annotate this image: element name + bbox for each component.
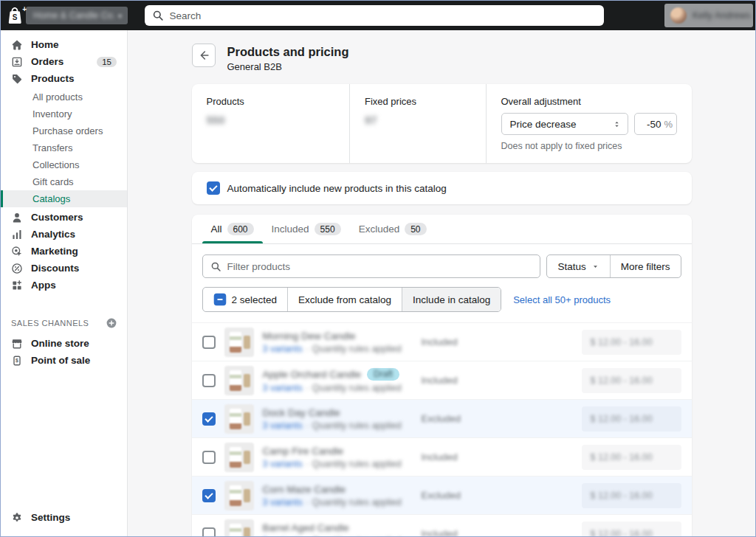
product-name: Corn Maze Candle: [263, 484, 346, 495]
sidebar-item-catalogs[interactable]: Catalogs: [1, 190, 127, 207]
store-switcher[interactable]: Home & Candle Co. ▾: [26, 7, 128, 24]
shopify-admin-window: S + Home & Candle Co. ▾ Kelly Andrews: [0, 0, 756, 537]
fixed-prices-value: 97: [365, 114, 471, 126]
quantity-rules-label: Quantity rules applied: [312, 536, 402, 537]
tab-excluded-count: 50: [405, 223, 426, 235]
fixed-prices-label: Fixed prices: [365, 96, 471, 107]
shopify-plus-mark: +: [22, 5, 27, 13]
user-menu[interactable]: Kelly Andrews: [664, 4, 753, 27]
product-price-button[interactable]: $ 12.00 - 16.00: [582, 368, 681, 393]
tab-included[interactable]: Included 550: [263, 215, 350, 243]
product-list-card: All 600 Included 550 Excluded 50: [192, 215, 692, 536]
tab-all[interactable]: All 600: [202, 215, 263, 243]
product-row[interactable]: Morning Dew Candle3 variants · Quantity …: [192, 322, 692, 361]
product-status: Included: [422, 375, 582, 386]
sidebar-item-inventory[interactable]: Inventory: [1, 105, 127, 122]
analytics-icon: [11, 229, 23, 240]
pos-icon: $: [11, 355, 23, 367]
sidebar-item-online-store[interactable]: Online store: [1, 335, 127, 352]
search-input[interactable]: [170, 10, 597, 21]
sidebar-item-transfers[interactable]: Transfers: [1, 139, 127, 156]
sidebar-item-apps[interactable]: Apps: [1, 277, 127, 294]
svg-text:S: S: [13, 13, 18, 21]
sidebar-item-gift-cards[interactable]: Gift cards: [1, 173, 127, 190]
row-checkbox[interactable]: [202, 451, 216, 464]
row-checkbox[interactable]: [202, 412, 216, 426]
adjustment-type-select[interactable]: Price decrease: [501, 113, 628, 135]
filter-products-field[interactable]: [202, 254, 541, 278]
sidebar-item-purchase-orders[interactable]: Purchase orders: [1, 122, 127, 139]
select-all-products-link[interactable]: Select all 50+ products: [513, 294, 611, 305]
sidebar-nav-main: HomeOrders15ProductsAll productsInventor…: [1, 36, 127, 294]
chevron-down-icon: ▾: [118, 12, 122, 20]
product-row[interactable]: Corn Maze Candle3 variants · Quantity ru…: [192, 476, 692, 514]
product-price-button[interactable]: $ 12.00 - 16.00: [582, 522, 681, 537]
topbar: S + Home & Candle Co. ▾ Kelly Andrews: [1, 1, 755, 30]
back-button[interactable]: [192, 44, 216, 67]
row-checkbox[interactable]: [202, 374, 216, 387]
search-icon: [152, 10, 164, 21]
select-all-checkbox[interactable]: [213, 294, 226, 306]
product-price-button[interactable]: $ 12.00 - 16.00: [582, 330, 681, 355]
product-row[interactable]: Dock Day Candle3 variants · Quantity rul…: [192, 399, 692, 437]
variants-link[interactable]: 3 variants: [263, 420, 303, 431]
sidebar-item-orders[interactable]: Orders15: [1, 53, 127, 70]
product-row[interactable]: Apple Orchard CandleDraft3 variants · Qu…: [192, 361, 692, 399]
sidebar-item-customers[interactable]: Customers: [1, 209, 127, 226]
row-checkbox[interactable]: [202, 527, 216, 537]
row-checkbox[interactable]: [202, 489, 216, 502]
sidebar-item-collections[interactable]: Collections: [1, 156, 127, 173]
sidebar-item-marketing[interactable]: Marketing: [1, 243, 127, 260]
include-in-catalog-button[interactable]: Include in catalog: [402, 288, 501, 311]
tab-included-count: 550: [315, 223, 341, 235]
more-filters-button[interactable]: More filters: [610, 255, 681, 277]
discounts-icon: [11, 263, 23, 274]
product-thumbnail-image: [224, 443, 254, 472]
quantity-rules-label: Quantity rules applied: [312, 383, 402, 393]
variants-link[interactable]: 3 variants: [263, 497, 303, 507]
product-row[interactable]: Barrel Aged Candle3 variants · Quantity …: [192, 514, 692, 536]
variants-link[interactable]: 3 variants: [263, 383, 303, 393]
page-title: Products and pricing: [227, 44, 349, 60]
sidebar-item-home[interactable]: Home: [1, 36, 127, 53]
variants-link[interactable]: 3 variants: [263, 536, 303, 537]
product-thumbnail-image: [224, 519, 254, 537]
adjustment-value-input[interactable]: %: [634, 113, 677, 135]
orders-count-badge: 15: [97, 57, 117, 67]
auto-include-checkbox[interactable]: [207, 181, 220, 195]
row-checkbox[interactable]: [202, 336, 216, 349]
product-price-button[interactable]: $ 12.00 - 16.00: [582, 406, 681, 432]
sales-channels-heading: SALES CHANNELS: [11, 319, 89, 328]
product-status: Included: [422, 528, 582, 536]
search-icon: [210, 261, 221, 272]
marketing-icon: [11, 246, 23, 257]
shopify-logo-icon[interactable]: S +: [5, 6, 24, 25]
sidebar-item-settings[interactable]: Settings: [1, 509, 127, 526]
sidebar-item-products[interactable]: Products: [1, 70, 127, 87]
product-price-button[interactable]: $ 12.00 - 16.00: [582, 483, 681, 508]
gear-icon: [11, 512, 23, 524]
tab-excluded[interactable]: Excluded 50: [350, 215, 436, 243]
product-status: Excluded: [422, 413, 582, 424]
exclude-from-catalog-button[interactable]: Exclude from catalog: [287, 288, 402, 311]
selected-count-button[interactable]: 2 selected: [203, 288, 288, 311]
global-search[interactable]: [145, 5, 604, 26]
filter-products-input[interactable]: [227, 261, 533, 272]
product-row[interactable]: Camp Fire Candle3 variants · Quantity ru…: [192, 437, 692, 476]
variants-link[interactable]: 3 variants: [263, 344, 303, 354]
sidebar: HomeOrders15ProductsAll productsInventor…: [1, 30, 128, 536]
add-sales-channel-button[interactable]: [106, 317, 117, 329]
adjustment-note: Does not apply to fixed prices: [501, 141, 677, 151]
sidebar-item-all-products[interactable]: All products: [1, 89, 127, 105]
sidebar-item-analytics[interactable]: Analytics: [1, 226, 127, 243]
status-filter-button[interactable]: Status: [547, 255, 609, 277]
tab-all-count: 600: [227, 223, 254, 235]
product-price-button[interactable]: $ 12.00 - 16.00: [582, 445, 681, 470]
variants-link[interactable]: 3 variants: [263, 459, 303, 469]
avatar: [670, 7, 687, 24]
percent-unit: %: [664, 119, 673, 130]
sidebar-item-point-of-sale[interactable]: $Point of sale: [1, 352, 127, 369]
summary-card: Products 550 Fixed prices 97 Overall adj…: [192, 84, 692, 163]
sidebar-item-discounts[interactable]: Discounts: [1, 260, 127, 277]
draft-badge: Draft: [367, 368, 399, 381]
